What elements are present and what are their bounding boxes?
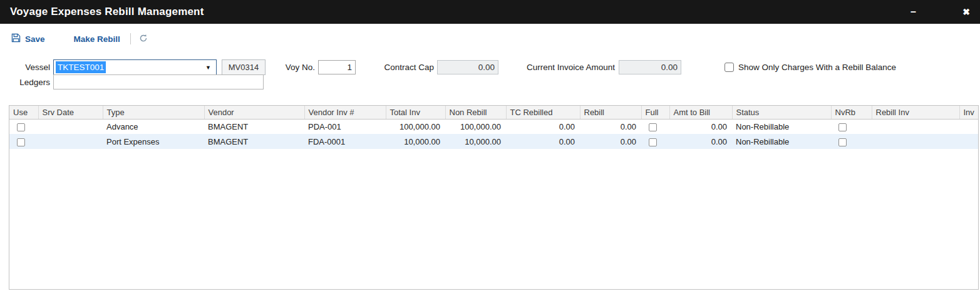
toolbar: Save Make Rebill bbox=[0, 24, 980, 54]
voy-no-label: Voy No. bbox=[265, 59, 315, 75]
title-bar: Voyage Expenses Rebill Management – ✖ bbox=[0, 0, 980, 24]
save-button[interactable]: Save bbox=[11, 33, 45, 44]
use-checkbox[interactable] bbox=[17, 138, 25, 146]
cell-total-inv: 10,000.00 bbox=[386, 134, 445, 149]
cell-type: Port Expenses bbox=[103, 134, 204, 149]
cell-tc-rebilled: 0.00 bbox=[506, 119, 580, 134]
cell-rebill-inv bbox=[872, 119, 959, 134]
cell-amt-to-bill: 0.00 bbox=[669, 134, 732, 149]
cell-rebill: 0.00 bbox=[580, 119, 641, 134]
col-header-rebill-inv[interactable]: Rebill Inv bbox=[872, 106, 959, 119]
cell-total-inv: 100,000.00 bbox=[386, 119, 445, 134]
ledgers-label: Ledgers bbox=[0, 74, 50, 90]
col-header-full[interactable]: Full bbox=[641, 106, 669, 119]
cell-type: Advance bbox=[103, 119, 204, 134]
cell-full bbox=[641, 134, 669, 149]
cell-srv-date bbox=[38, 134, 103, 149]
refresh-button[interactable] bbox=[139, 34, 148, 44]
make-rebill-button[interactable]: Make Rebill bbox=[74, 34, 120, 44]
contract-cap-label: Contract Cap bbox=[359, 59, 434, 75]
vessel-selected-text: TKTEST001 bbox=[56, 61, 106, 73]
col-header-inv[interactable]: Inv bbox=[959, 106, 979, 119]
cell-rebill-inv bbox=[872, 134, 959, 149]
vessel-code-field: MV0314 bbox=[222, 59, 266, 75]
cell-vendor: BMAGENT bbox=[204, 134, 304, 149]
current-invoice-amount-field bbox=[619, 60, 681, 74]
cell-rebill: 0.00 bbox=[580, 134, 641, 149]
col-header-vendor[interactable]: Vendor bbox=[204, 106, 304, 119]
col-header-nvrb[interactable]: NvRb bbox=[831, 106, 872, 119]
toolbar-separator bbox=[130, 33, 131, 44]
cell-non-rebill: 10,000.00 bbox=[445, 134, 506, 149]
refresh-icon bbox=[139, 34, 148, 44]
cell-full bbox=[641, 119, 669, 134]
make-rebill-label: Make Rebill bbox=[74, 34, 120, 44]
cell-srv-date bbox=[38, 119, 103, 134]
chevron-down-icon[interactable]: ▼ bbox=[205, 60, 211, 75]
col-header-non-rebill[interactable]: Non Rebill bbox=[445, 106, 506, 119]
current-invoice-amount-label: Current Invoice Amount bbox=[502, 59, 615, 75]
vessel-label: Vessel bbox=[0, 59, 50, 75]
cell-use bbox=[9, 134, 38, 149]
col-header-tc-rebilled[interactable]: TC Rebilled bbox=[506, 106, 580, 119]
cell-nvrb bbox=[831, 134, 872, 149]
cell-tc-rebilled: 0.00 bbox=[506, 134, 580, 149]
col-header-rebill[interactable]: Rebill bbox=[580, 106, 641, 119]
cell-vendor: BMAGENT bbox=[204, 119, 304, 134]
full-checkbox[interactable] bbox=[649, 138, 657, 146]
cell-non-rebill: 100,000.00 bbox=[445, 119, 506, 134]
window-title: Voyage Expenses Rebill Management bbox=[10, 0, 204, 24]
rebill-balance-filter-checkbox[interactable] bbox=[725, 63, 734, 72]
use-checkbox[interactable] bbox=[17, 123, 25, 131]
cell-nvrb bbox=[831, 119, 872, 134]
cell-vendor-inv: PDA-001 bbox=[304, 119, 386, 134]
col-header-total-inv[interactable]: Total Inv bbox=[386, 106, 445, 119]
rebill-balance-filter-label: Show Only Charges With a Rebill Balance bbox=[738, 62, 896, 73]
col-header-amt-to-bill[interactable]: Amt to Bill bbox=[669, 106, 732, 119]
grid-header-row: Use Srv Date Type Vendor Vendor Inv # To… bbox=[9, 106, 979, 119]
col-header-type[interactable]: Type bbox=[103, 106, 204, 119]
ledgers-input[interactable] bbox=[53, 74, 264, 89]
nvrb-checkbox[interactable] bbox=[838, 138, 847, 146]
table-row[interactable]: Port Expenses BMAGENT FDA-0001 10,000.00… bbox=[9, 134, 979, 149]
voy-no-input[interactable] bbox=[318, 60, 356, 74]
cell-vendor-inv: FDA-0001 bbox=[304, 134, 386, 149]
col-header-status[interactable]: Status bbox=[732, 106, 831, 119]
table-row[interactable]: Advance BMAGENT PDA-001 100,000.00 100,0… bbox=[9, 119, 979, 134]
col-header-srv-date[interactable]: Srv Date bbox=[38, 106, 103, 119]
col-header-vendor-inv[interactable]: Vendor Inv # bbox=[304, 106, 386, 119]
cell-inv bbox=[959, 134, 979, 149]
close-button[interactable]: ✖ bbox=[962, 0, 970, 24]
vessel-combobox[interactable]: TKTEST001 ▼ bbox=[53, 59, 217, 75]
cell-use bbox=[9, 119, 38, 134]
voyage-expenses-rebill-window: Voyage Expenses Rebill Management – ✖ Sa… bbox=[0, 0, 980, 291]
minimize-button[interactable]: – bbox=[910, 0, 916, 24]
cell-amt-to-bill: 0.00 bbox=[669, 119, 732, 134]
cell-status: Non-Rebillable bbox=[732, 134, 831, 149]
save-button-label: Save bbox=[25, 34, 45, 44]
rebill-charges-grid: Use Srv Date Type Vendor Vendor Inv # To… bbox=[9, 105, 979, 290]
cell-status: Non-Rebillable bbox=[732, 119, 831, 134]
contract-cap-field bbox=[437, 60, 498, 74]
full-checkbox[interactable] bbox=[649, 123, 657, 131]
save-icon bbox=[11, 33, 21, 44]
cell-inv bbox=[959, 119, 979, 134]
nvrb-checkbox[interactable] bbox=[838, 123, 847, 131]
col-header-use[interactable]: Use bbox=[9, 106, 38, 119]
